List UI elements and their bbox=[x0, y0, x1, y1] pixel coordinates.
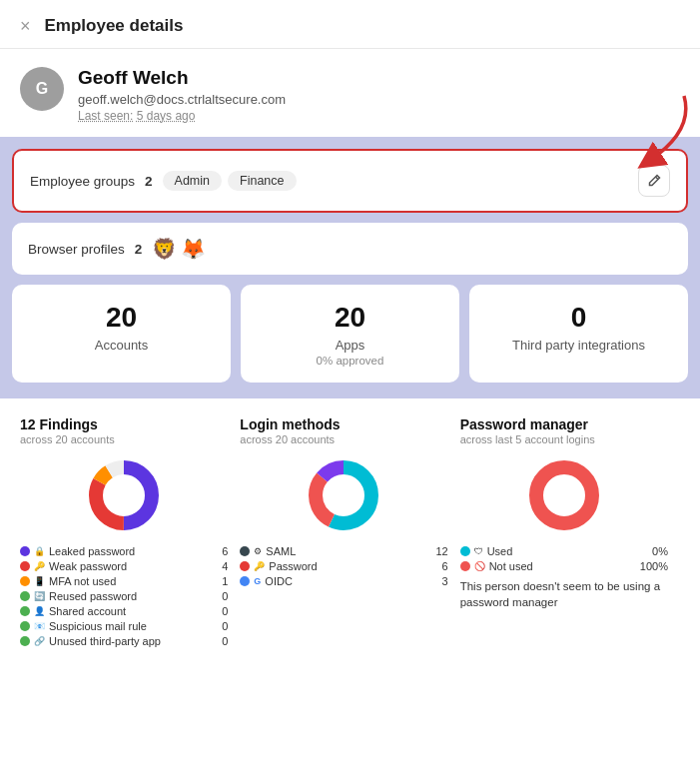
close-button[interactable]: × bbox=[20, 17, 31, 35]
apps-card[interactable]: 20 Apps 0% approved bbox=[241, 285, 459, 383]
weak-count: 4 bbox=[218, 560, 228, 572]
browser-icons: 🦁 🦊 bbox=[152, 237, 206, 261]
legend-password: 🔑 Password 6 bbox=[240, 560, 447, 572]
password-manager-subtitle: across last 5 account logins bbox=[460, 433, 668, 445]
integrations-card[interactable]: 0 Third party integrations bbox=[469, 285, 688, 383]
saml-count: 12 bbox=[431, 545, 447, 557]
browser-label: Browser profiles bbox=[28, 242, 125, 257]
password-manager-chart bbox=[460, 455, 668, 535]
login-methods-column: Login methods across 20 accounts ⚙ bbox=[240, 416, 459, 650]
svg-point-11 bbox=[544, 475, 584, 515]
employee-groups-row: Employee groups 2 Admin Finance bbox=[12, 149, 688, 213]
unused-label: Unused third-party app bbox=[49, 635, 161, 647]
group-tag-finance[interactable]: Finance bbox=[228, 171, 296, 191]
findings-subtitle: across 20 accounts bbox=[20, 433, 228, 445]
not-used-pct: 100% bbox=[636, 560, 668, 572]
employee-email: geoff.welch@docs.ctrlaltsecure.com bbox=[78, 92, 286, 107]
login-legend: ⚙ SAML 12 🔑 Password 6 G OIDC 3 bbox=[240, 545, 447, 587]
used-shield-icon: 🛡 bbox=[474, 546, 483, 556]
mfa-dot bbox=[20, 576, 30, 586]
legend-reused: 🔄 Reused password 0 bbox=[20, 590, 228, 602]
legend-leaked: 🔒 Leaked password 6 bbox=[20, 545, 228, 557]
not-used-dot bbox=[460, 561, 470, 571]
reused-dot bbox=[20, 591, 30, 601]
legend-not-used: 🚫 Not used 100% bbox=[460, 560, 668, 572]
accounts-label: Accounts bbox=[24, 338, 219, 353]
legend-oidc: G OIDC 3 bbox=[240, 575, 447, 587]
legend-saml: ⚙ SAML 12 bbox=[240, 545, 447, 557]
legend-weak: 🔑 Weak password 4 bbox=[20, 560, 228, 572]
legend-mfa: 📱 MFA not used 1 bbox=[20, 575, 228, 587]
login-subtitle: across 20 accounts bbox=[240, 433, 447, 445]
saml-dot bbox=[240, 546, 250, 556]
weak-label: Weak password bbox=[49, 560, 127, 572]
saml-icon: ⚙ bbox=[254, 546, 262, 556]
panel-header: × Employee details bbox=[0, 0, 700, 49]
findings-column: 12 Findings across 20 accounts bbox=[20, 416, 240, 650]
integrations-label: Third party integrations bbox=[481, 338, 676, 353]
used-label: Used bbox=[487, 545, 513, 557]
leaked-icon: 🔒 bbox=[34, 546, 45, 556]
reused-icon: 🔄 bbox=[34, 591, 45, 601]
findings-chart bbox=[20, 455, 228, 535]
avatar: G bbox=[20, 67, 64, 111]
password-label: Password bbox=[269, 560, 317, 572]
password-dot bbox=[240, 561, 250, 571]
groups-label: Employee groups bbox=[30, 174, 135, 189]
mfa-icon: 📱 bbox=[34, 576, 45, 586]
reused-label: Reused password bbox=[49, 590, 137, 602]
shared-count: 0 bbox=[218, 605, 228, 617]
employee-details-panel: × Employee details G Geoff Welch geoff.w… bbox=[0, 0, 700, 782]
oidc-icon: G bbox=[254, 576, 261, 586]
stats-row: 20 Accounts 20 Apps 0% approved 0 Third … bbox=[12, 285, 688, 383]
edit-icon bbox=[646, 173, 662, 189]
mfa-label: MFA not used bbox=[49, 575, 116, 587]
password-manager-column: Password manager across last 5 account l… bbox=[460, 416, 680, 650]
mfa-count: 1 bbox=[218, 575, 228, 587]
findings-legend: 🔒 Leaked password 6 🔑 Weak password 4 📱 … bbox=[20, 545, 228, 647]
browser-profiles-row: Browser profiles 2 🦁 🦊 bbox=[12, 223, 688, 275]
accounts-count: 20 bbox=[24, 303, 219, 334]
mail-icon: 📧 bbox=[34, 621, 45, 631]
edit-groups-button[interactable] bbox=[638, 165, 670, 197]
legend-used: 🛡 Used 0% bbox=[460, 545, 668, 557]
accounts-card[interactable]: 20 Accounts bbox=[12, 285, 231, 383]
password-manager-legend: 🛡 Used 0% 🚫 Not used 100% bbox=[460, 545, 668, 572]
legend-unused: 🔗 Unused third-party app 0 bbox=[20, 635, 228, 647]
groups-count: 2 bbox=[145, 174, 153, 189]
mail-label: Suspicious mail rule bbox=[49, 620, 147, 632]
unused-icon: 🔗 bbox=[34, 636, 45, 646]
employee-name: Geoff Welch bbox=[78, 67, 286, 89]
reused-count: 0 bbox=[218, 590, 228, 602]
leaked-dot bbox=[20, 546, 30, 556]
used-dot bbox=[460, 546, 470, 556]
group-tag-admin[interactable]: Admin bbox=[163, 171, 222, 191]
employee-last-seen: Last seen: 5 days ago bbox=[78, 109, 286, 123]
leaked-count: 6 bbox=[218, 545, 228, 557]
password-manager-title: Password manager bbox=[460, 416, 668, 432]
bottom-section: 12 Findings across 20 accounts bbox=[0, 398, 700, 666]
svg-point-5 bbox=[104, 475, 144, 515]
apps-label: Apps bbox=[253, 338, 447, 353]
main-content: Employee groups 2 Admin Finance bbox=[0, 137, 700, 398]
not-used-label: Not used bbox=[489, 560, 533, 572]
employee-details: Geoff Welch geoff.welch@docs.ctrlaltsecu… bbox=[78, 67, 286, 123]
mail-count: 0 bbox=[218, 620, 228, 632]
integrations-count: 0 bbox=[481, 303, 676, 334]
shared-dot bbox=[20, 606, 30, 616]
firefox-icon: 🦊 bbox=[181, 237, 206, 261]
apps-sublabel: 0% approved bbox=[253, 355, 447, 367]
brave-icon: 🦁 bbox=[152, 237, 177, 261]
shared-icon: 👤 bbox=[34, 606, 45, 616]
apps-count: 20 bbox=[253, 303, 447, 334]
employee-info: G Geoff Welch geoff.welch@docs.ctrlaltse… bbox=[0, 49, 700, 137]
legend-mail: 📧 Suspicious mail rule 0 bbox=[20, 620, 228, 632]
panel-title: Employee details bbox=[45, 16, 184, 36]
weak-icon: 🔑 bbox=[34, 561, 45, 571]
unused-dot bbox=[20, 636, 30, 646]
login-chart bbox=[240, 455, 447, 535]
oidc-count: 3 bbox=[438, 575, 448, 587]
not-used-icon: 🚫 bbox=[474, 561, 485, 571]
legend-shared: 👤 Shared account 0 bbox=[20, 605, 228, 617]
oidc-dot bbox=[240, 576, 250, 586]
